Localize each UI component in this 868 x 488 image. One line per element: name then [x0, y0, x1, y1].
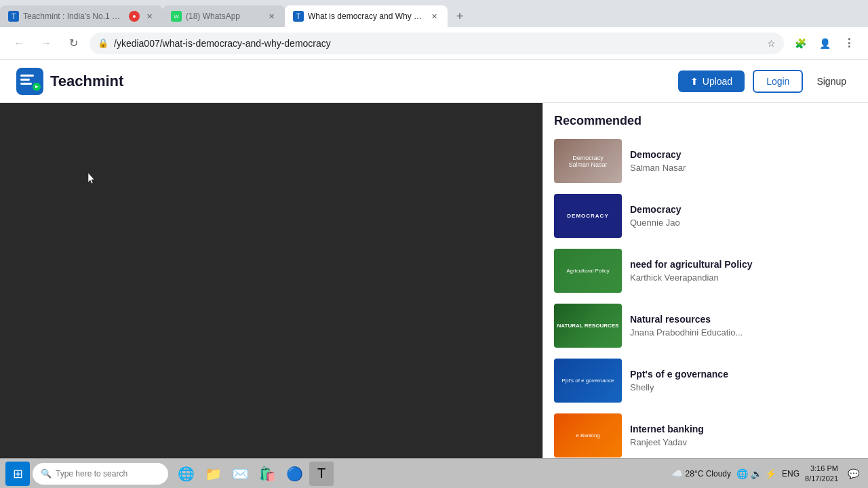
nav-bar: ← → ↻ 🔒 /ykedia007/what-is-democracy-and…: [0, 27, 868, 60]
upload-icon: ⬆: [690, 76, 698, 87]
rec-item-1[interactable]: DemocracySalman Nasar Democracy Salman N…: [554, 139, 857, 183]
rec-title-2: Democracy: [630, 204, 682, 215]
clock[interactable]: 3:16 PM 8/17/2021: [805, 464, 838, 483]
menu-icon[interactable]: ⋮: [838, 33, 860, 54]
tab-close-teachmint[interactable]: ✕: [144, 11, 155, 22]
nav-icons: 🧩 👤 ⋮: [789, 33, 860, 54]
logo-text: Teachmint: [50, 73, 123, 90]
tab-title-whatsapp: (18) WhatsApp: [186, 12, 262, 21]
new-tab-button[interactable]: +: [450, 7, 469, 26]
content-area[interactable]: [0, 103, 542, 473]
tab-democracy[interactable]: T What is democracy and Why de... ✕: [285, 5, 448, 27]
system-tray: ☁️ 28°C Cloudy: [671, 468, 732, 479]
login-button[interactable]: Login: [753, 70, 803, 93]
rec-thumb-4: NATURAL RESOURCES: [554, 304, 622, 348]
back-button[interactable]: ←: [8, 33, 30, 54]
rec-info-4: Natural resources Jnana Prabodhini Educa…: [630, 304, 743, 348]
tab-title-democracy: What is democracy and Why de...: [308, 12, 425, 21]
rec-author-1: Salman Nasar: [630, 163, 686, 173]
rec-author-4: Jnana Prabodhini Educatio...: [630, 327, 743, 338]
clock-date: 8/17/2021: [805, 474, 838, 483]
rec-author-2: Quennie Jao: [630, 218, 682, 228]
rec-title-5: Ppt's of e governance: [630, 369, 728, 380]
language-label: ENG: [782, 469, 800, 479]
svg-rect-1: [20, 75, 34, 77]
teachmint-logo-icon: [16, 68, 43, 95]
extensions-icon[interactable]: 🧩: [789, 33, 811, 54]
taskbar-mail-icon[interactable]: ✉️: [228, 462, 252, 486]
rec-title-6: Internet banking: [630, 424, 704, 434]
forward-button[interactable]: →: [35, 33, 57, 54]
start-button[interactable]: ⊞: [5, 462, 30, 486]
taskbar-store-icon[interactable]: 🛍️: [255, 462, 279, 486]
volume-icon[interactable]: 🔊: [751, 468, 762, 479]
rec-thumb-3: Agricultural Policy: [554, 249, 622, 293]
upload-label: Upload: [703, 76, 732, 87]
rec-info-3: need for agricultural Policy Karthick Ve…: [630, 249, 753, 293]
notification-button[interactable]: 💬: [844, 464, 863, 483]
search-input[interactable]: [56, 469, 151, 479]
lock-icon: 🔒: [98, 38, 108, 48]
rec-thumb-5: Ppt's of e governance: [554, 359, 622, 403]
thumb-egov-img: Ppt's of e governance: [554, 359, 622, 403]
rec-item-6[interactable]: e Banking Internet banking Ranjeet Yadav: [554, 413, 857, 458]
rec-info-5: Ppt's of e governance Shelly: [630, 359, 728, 403]
taskbar-search-box[interactable]: 🔍: [33, 463, 168, 485]
tab-favicon-democracy: T: [293, 11, 304, 22]
weather-icon[interactable]: ☁️: [671, 468, 683, 479]
battery-icon: ⚡: [765, 468, 776, 479]
logo-area: Teachmint: [16, 68, 123, 95]
svg-rect-0: [16, 68, 43, 95]
thumb-banking-img: e Banking: [554, 413, 622, 458]
tab-close-democracy[interactable]: ✕: [429, 11, 439, 22]
rec-item-2[interactable]: DEMOCRACY Democracy Quennie Jao: [554, 194, 857, 238]
reload-button[interactable]: ↻: [62, 33, 84, 54]
thumb-agri-img: Agricultural Policy: [554, 249, 622, 293]
search-icon: 🔍: [41, 468, 52, 479]
rec-thumb-2: DEMOCRACY: [554, 194, 622, 238]
rec-item-3[interactable]: Agricultural Policy need for agricultura…: [554, 249, 857, 293]
rec-title-1: Democracy: [630, 149, 686, 160]
thumb-nature-img: NATURAL RESOURCES: [554, 304, 622, 348]
tab-favicon-teachmint: T: [8, 11, 19, 22]
taskbar-teams-icon[interactable]: T: [309, 462, 334, 486]
svg-rect-2: [20, 79, 30, 81]
cursor: [88, 173, 96, 185]
star-icon[interactable]: ☆: [767, 38, 776, 49]
rec-item-5[interactable]: Ppt's of e governance Ppt's of e governa…: [554, 359, 857, 403]
weather-text: 28°C Cloudy: [686, 469, 732, 479]
recommended-title: Recommended: [554, 114, 857, 128]
site-header: Teachmint ⬆ Upload Login Signup: [0, 60, 868, 103]
rec-info-2: Democracy Quennie Jao: [630, 194, 682, 238]
header-actions: ⬆ Upload Login Signup: [678, 70, 852, 93]
address-text[interactable]: /ykedia007/what-is-democracy-and-why-dem…: [114, 38, 762, 49]
thumb-democracy1-img: DemocracySalman Nasar: [554, 139, 622, 183]
clock-time: 3:16 PM: [805, 464, 838, 473]
upload-button[interactable]: ⬆ Upload: [678, 70, 745, 92]
rec-item-4[interactable]: NATURAL RESOURCES Natural resources Jnan…: [554, 304, 857, 348]
address-bar[interactable]: 🔒 /ykedia007/what-is-democracy-and-why-d…: [90, 33, 784, 54]
signup-button[interactable]: Signup: [811, 71, 852, 92]
rec-thumb-6: e Banking: [554, 413, 622, 458]
taskbar-edge-icon[interactable]: 🌐: [174, 462, 198, 486]
network-icon[interactable]: 🌐: [736, 468, 748, 479]
sys-icons-group: 🌐 🔊 ⚡: [736, 468, 776, 479]
profile-icon[interactable]: 👤: [814, 33, 835, 54]
browser-window: T Teachmint : India's No.1 Onl... ● ✕ W …: [0, 0, 868, 488]
taskbar-icons: 🌐 📁 ✉️ 🛍️ 🔵 T: [174, 462, 334, 486]
rec-author-5: Shelly: [630, 382, 728, 392]
tab-favicon-whatsapp: W: [171, 11, 182, 22]
tab-badge-teachmint: ●: [129, 11, 140, 22]
tab-title-teachmint: Teachmint : India's No.1 Onl...: [23, 12, 125, 21]
tab-close-whatsapp[interactable]: ✕: [266, 11, 277, 22]
taskbar-chrome-icon[interactable]: 🔵: [282, 462, 307, 486]
rec-author-6: Ranjeet Yadav: [630, 437, 704, 447]
taskbar-explorer-icon[interactable]: 📁: [201, 462, 225, 486]
tab-whatsapp[interactable]: W (18) WhatsApp ✕: [163, 5, 285, 27]
rec-title-4: Natural resources: [630, 314, 743, 325]
taskbar-right: ☁️ 28°C Cloudy 🌐 🔊 ⚡ ENG 3:16 PM 8/17/20…: [671, 464, 863, 483]
tab-teachmint[interactable]: T Teachmint : India's No.1 Onl... ● ✕: [0, 5, 163, 27]
rec-title-3: need for agricultural Policy: [630, 259, 753, 270]
thumb-democracy2-img: DEMOCRACY: [554, 194, 622, 238]
rec-info-6: Internet banking Ranjeet Yadav: [630, 413, 704, 458]
